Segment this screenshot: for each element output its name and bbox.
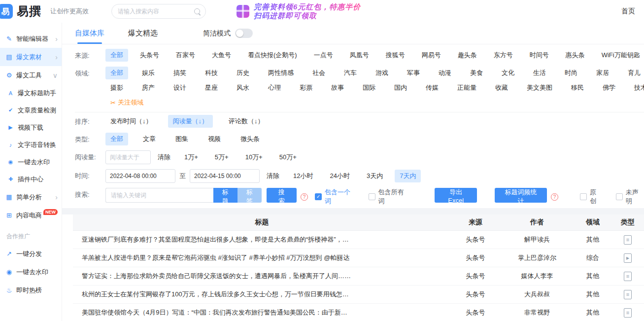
- domain-option[interactable]: 房产: [137, 81, 160, 94]
- sort-option[interactable]: 评论数（↓）: [224, 115, 269, 128]
- search-by-tag-button[interactable]: 标签: [237, 188, 262, 203]
- time-from-input[interactable]: [105, 169, 175, 183]
- domain-option[interactable]: 心理: [263, 81, 286, 94]
- follow-domain-link[interactable]: ✂ 关注领域: [110, 98, 644, 107]
- title-word-frequency-button[interactable]: 标题词频统计: [495, 188, 547, 203]
- source-option[interactable]: 趣头条: [453, 49, 482, 62]
- domain-option[interactable]: 传媒: [421, 81, 443, 94]
- header-search-input[interactable]: [118, 8, 194, 15]
- sort-option[interactable]: 发布时间（↓）: [105, 115, 157, 128]
- table-row[interactable]: 亚速钢铁厂到底有多难打？其坚固程度恐怕超出很多人想象，即使是大名鼎鼎的“拆楼神器…: [73, 231, 644, 249]
- source-option[interactable]: 大鱼号: [207, 49, 236, 62]
- contain-one-word-checkbox[interactable]: 包含一个词: [315, 188, 356, 206]
- reads-quick-option[interactable]: 1万+: [179, 151, 203, 164]
- source-option[interactable]: 凤凰号: [345, 49, 374, 62]
- domain-option[interactable]: 国内: [389, 81, 412, 94]
- domain-option[interactable]: 收藏: [490, 81, 513, 94]
- sidebar-item-material[interactable]: ▤ 爆文素材 ›: [0, 48, 62, 66]
- sidebar-item-quality-check[interactable]: ✔ 文章质量检测: [0, 102, 62, 119]
- domain-option[interactable]: 两性情感: [263, 67, 299, 79]
- domain-option[interactable]: 军事: [402, 67, 425, 79]
- domain-option[interactable]: 移民: [566, 81, 589, 94]
- sidebar-item-analysis[interactable]: ▦ 简单分析 ›: [0, 188, 62, 206]
- source-option[interactable]: 看点快报(企鹅号): [243, 49, 302, 62]
- domain-option[interactable]: 美文美图: [522, 81, 557, 94]
- domain-option[interactable]: 历史: [232, 67, 254, 79]
- domain-option[interactable]: 佛学: [598, 81, 620, 94]
- domain-option[interactable]: 搞笑: [169, 67, 191, 79]
- contain-one-word-label[interactable]: 包含一个词: [325, 188, 356, 206]
- sort-option[interactable]: 阅读量（↓）: [168, 115, 213, 128]
- sidebar-item-smart-editor[interactable]: ✎ 智能编辑器 ›: [0, 30, 62, 48]
- table-row[interactable]: 警方证实：上海那位求助外卖员给自己听障父亲送饭的女士，遭遇网暴后，坠楼离开了人间…: [73, 267, 644, 285]
- source-option[interactable]: WiFi万能钥匙: [597, 49, 644, 62]
- reads-threshold-input[interactable]: [105, 150, 151, 164]
- checkbox-icon[interactable]: [580, 193, 587, 200]
- sidebar-item-title-helper[interactable]: A 爆文标题助手: [0, 84, 62, 102]
- domain-option[interactable]: 时尚: [560, 67, 582, 79]
- domain-option[interactable]: 文化: [497, 67, 519, 79]
- domain-option[interactable]: 科技: [200, 67, 223, 79]
- time-clear-button[interactable]: 清除: [266, 170, 280, 182]
- source-option[interactable]: 百家号: [171, 49, 200, 62]
- domain-option[interactable]: 生活: [528, 67, 551, 79]
- source-option[interactable]: 全部: [105, 49, 128, 62]
- domain-option[interactable]: 汽车: [339, 67, 362, 79]
- sidebar-item-video-download[interactable]: ▶ 视频下载: [0, 119, 62, 136]
- home-link[interactable]: 首页: [621, 7, 635, 16]
- time-to-input[interactable]: [190, 169, 260, 183]
- search-by-title-button[interactable]: 标题: [213, 188, 237, 203]
- article-title-link[interactable]: 警方证实：上海那位求助外卖员给自己听障父亲送饭的女士，遭遇网暴后，坠楼离开了人间…: [73, 272, 451, 281]
- type-option[interactable]: 视频: [203, 133, 226, 145]
- undeclared-checkbox[interactable]: 未声明: [616, 188, 644, 206]
- time-quick-option[interactable]: 12小时: [288, 170, 318, 182]
- original-label[interactable]: 原创: [590, 188, 602, 206]
- contain-all-words-label[interactable]: 包含所有词: [378, 188, 409, 206]
- reads-quick-option[interactable]: 50万+: [274, 151, 302, 164]
- search-button[interactable]: 搜索: [267, 188, 297, 203]
- time-quick-option[interactable]: 3天内: [362, 170, 388, 182]
- source-option[interactable]: 头条号: [135, 49, 164, 62]
- domain-option[interactable]: 美食: [465, 67, 488, 79]
- tab-hot-articles[interactable]: 爆文精选: [128, 23, 158, 44]
- article-title-link[interactable]: 美国驻华使领馆今天（4月9日）写道：“中国：我们再次发布旅行警告通知美国公民：由…: [73, 308, 451, 317]
- help-icon[interactable]: ?: [551, 193, 558, 201]
- simple-mode-toggle[interactable]: [235, 29, 253, 38]
- domain-option[interactable]: 娱乐: [137, 67, 160, 79]
- sidebar-item-tts[interactable]: ♪ 文字语音转换: [0, 136, 62, 153]
- sidebar-item-remove-watermark-2[interactable]: ◉ 一键去水印: [0, 263, 62, 281]
- time-quick-option[interactable]: 7天内: [395, 170, 421, 182]
- table-row[interactable]: 羊羔被主人按进牛奶里？原来是帮它泡药浴驱虫 #涨知识了 #养羊小妙招 #万万没想…: [73, 249, 644, 267]
- reads-clear-button[interactable]: 清除: [157, 151, 171, 164]
- domain-option[interactable]: 正能量: [452, 81, 481, 94]
- checkbox-icon[interactable]: [616, 193, 623, 200]
- article-title-link[interactable]: 羊羔被主人按进牛奶里？原来是帮它泡药浴驱虫 #涨知识了 #养羊小妙招 #万万没想…: [73, 253, 451, 262]
- reads-quick-option[interactable]: 10万+: [240, 151, 268, 164]
- source-option[interactable]: 惠头条: [561, 49, 590, 62]
- source-option[interactable]: 时间号: [525, 49, 554, 62]
- type-option[interactable]: 全部: [105, 133, 128, 145]
- domain-option[interactable]: 全部: [105, 67, 128, 79]
- domain-option[interactable]: 彩票: [295, 81, 317, 94]
- type-option[interactable]: 图集: [170, 133, 193, 145]
- domain-option[interactable]: 国际: [358, 81, 380, 94]
- original-checkbox[interactable]: 原创: [580, 188, 602, 206]
- table-row[interactable]: 美国驻华使领馆今天（4月9日）写道：“中国：我们再次发布旅行警告通知美国公民：由…: [73, 304, 644, 321]
- source-option[interactable]: 搜狐号: [381, 49, 410, 62]
- sidebar-item-hot-list[interactable]: ♨ 即时热榜: [0, 281, 62, 299]
- domain-option[interactable]: 星座: [200, 81, 223, 94]
- table-row[interactable]: 杭州的王女士在某付宝网银存了100万元，存上钱后没多久王女士心想，万一节假日要用…: [73, 285, 644, 304]
- article-title-link[interactable]: 杭州的王女士在某付宝网银存了100万元，存上钱后没多久王女士心想，万一节假日要用…: [73, 290, 451, 299]
- promo-banner[interactable]: 完善资料领6元红包，特惠半价 扫码进群即可领取: [237, 2, 361, 20]
- undeclared-label[interactable]: 未声明: [626, 188, 644, 206]
- domain-option[interactable]: 动漫: [434, 67, 456, 79]
- help-icon[interactable]: ?: [301, 193, 308, 201]
- domain-option[interactable]: 摄影: [105, 81, 128, 94]
- domain-option[interactable]: 家居: [591, 67, 614, 79]
- domain-option[interactable]: 风水: [232, 81, 254, 94]
- contain-all-words-checkbox[interactable]: 包含所有词: [369, 188, 409, 206]
- export-excel-button[interactable]: 导出Excel: [435, 188, 477, 203]
- domain-option[interactable]: 技术: [629, 81, 644, 94]
- domain-option[interactable]: 故事: [326, 81, 349, 94]
- article-title-link[interactable]: 亚速钢铁厂到底有多难打？其坚固程度恐怕超出很多人想象，即使是大名鼎鼎的“拆楼神器…: [73, 235, 451, 244]
